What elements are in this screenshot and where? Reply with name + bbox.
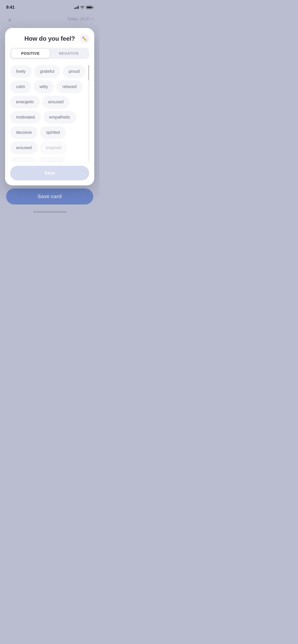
emotion-empathetic[interactable]: empathetic — [43, 111, 76, 124]
emotion-spirited[interactable]: spirited — [40, 126, 66, 139]
modal-header: How do you feel? ✏️ — [10, 35, 89, 42]
save-card-button[interactable]: Save card — [6, 188, 93, 204]
emotion-satisfied[interactable]: satisfied — [38, 157, 66, 162]
chevron-down-icon: ▾ — [92, 17, 93, 21]
emotion-curious[interactable]: curious — [10, 157, 36, 162]
emotion-inspired[interactable]: inspired — [40, 141, 67, 154]
wifi-icon — [80, 6, 85, 9]
close-icon: ✕ — [8, 17, 12, 23]
emotion-calm[interactable]: calm — [10, 80, 31, 93]
battery-icon — [86, 6, 93, 9]
emotions-container[interactable]: lively grateful proud calm witty relaxed… — [10, 65, 89, 162]
date-text: Today, 15:37 — [67, 17, 90, 21]
emotion-energetic[interactable]: energetic — [10, 96, 40, 108]
emotion-proud[interactable]: proud — [63, 65, 86, 78]
home-indicator — [33, 211, 66, 213]
signal-icon — [74, 6, 79, 9]
status-icons — [74, 6, 93, 9]
feelings-modal: How do you feel? ✏️ POSITIVE NEGATIVE li… — [5, 28, 94, 185]
status-bar: 9:41 — [0, 0, 99, 13]
save-button[interactable]: Save — [10, 166, 89, 180]
edit-button[interactable]: ✏️ — [80, 34, 89, 43]
emotion-grateful[interactable]: grateful — [34, 65, 60, 78]
emotions-grid: lively grateful proud calm witty relaxed… — [10, 65, 89, 162]
date-row[interactable]: Today, 15:37 ▾ — [67, 17, 93, 21]
emotion-motivated[interactable]: motivated — [10, 111, 41, 124]
emotion-amused[interactable]: amused — [42, 96, 69, 108]
emotion-decisive[interactable]: decisive — [10, 126, 37, 139]
emotion-relaxed[interactable]: relaxed — [57, 80, 83, 93]
modal-title: How do you feel? — [24, 35, 75, 42]
scrollbar-track — [88, 65, 89, 162]
tab-negative[interactable]: NEGATIVE — [50, 49, 88, 58]
scrollbar-thumb — [88, 65, 89, 80]
emotion-aroused[interactable]: aroused — [10, 141, 37, 154]
emotion-lively[interactable]: lively — [10, 65, 32, 78]
emotion-witty[interactable]: witty — [34, 80, 54, 93]
close-button[interactable]: ✕ — [6, 17, 13, 24]
edit-icon: ✏️ — [82, 36, 87, 41]
tab-positive[interactable]: POSITIVE — [11, 49, 50, 58]
tab-switcher: POSITIVE NEGATIVE — [10, 48, 89, 59]
status-time: 9:41 — [6, 5, 15, 10]
